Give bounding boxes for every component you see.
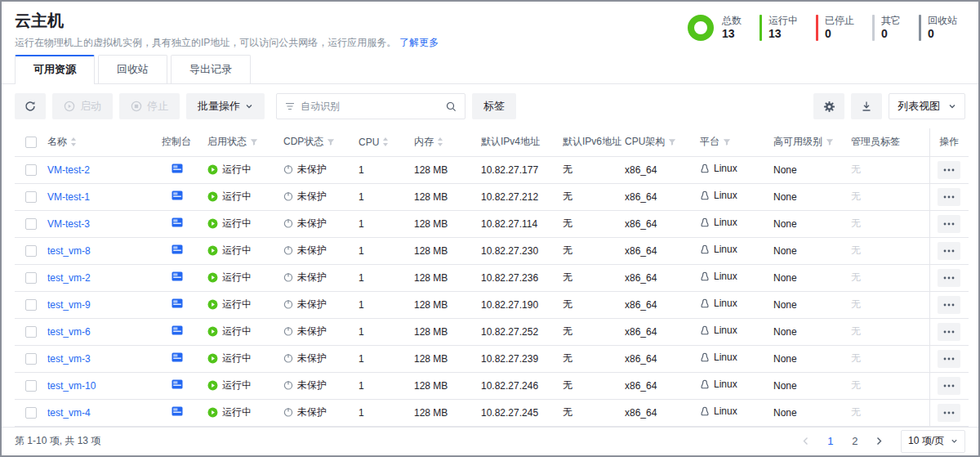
admin-tag-value: 无 [851, 217, 861, 229]
platform-label: Linux [714, 298, 737, 309]
page-number-2[interactable]: 2 [845, 432, 865, 451]
tab-recycle-bin[interactable]: 回收站 [98, 55, 167, 83]
row-checkbox[interactable] [25, 164, 37, 176]
page-number-1[interactable]: 1 [821, 432, 840, 451]
vm-name-link[interactable]: test_vm-3 [47, 353, 91, 365]
row-checkbox[interactable] [25, 380, 37, 392]
column-header-cpu[interactable]: CPU [359, 128, 414, 156]
vm-name-link[interactable]: test_vm-8 [47, 245, 91, 257]
stop-button[interactable]: 停止 [119, 93, 180, 119]
ellipsis-icon [943, 276, 955, 280]
search-icon[interactable] [446, 101, 457, 112]
sort-icon[interactable] [70, 137, 77, 146]
platform-cell: Linux [700, 298, 737, 309]
tab-export-records[interactable]: 导出记录 [171, 55, 251, 83]
sort-icon[interactable] [382, 137, 389, 146]
console-button[interactable] [172, 164, 183, 174]
console-button[interactable] [172, 325, 183, 336]
column-header-arch[interactable]: CPU架构 [625, 128, 700, 156]
row-checkbox[interactable] [25, 326, 37, 338]
next-page-button[interactable] [870, 432, 889, 451]
column-header-status[interactable]: 启用状态 [207, 128, 283, 156]
row-checkbox[interactable] [25, 272, 37, 284]
view-mode-select[interactable]: 列表视图 [889, 93, 965, 119]
console-button[interactable] [172, 298, 183, 309]
row-checkbox[interactable] [25, 407, 37, 419]
memory-value: 128 MB [414, 245, 448, 257]
more-actions-button[interactable] [938, 269, 960, 287]
row-checkbox[interactable] [25, 299, 37, 311]
prev-page-button[interactable] [796, 432, 816, 451]
ipv4-value: 10.82.27.236 [481, 272, 538, 284]
cdp-status: 未保护 [283, 405, 327, 419]
filter-icon[interactable] [327, 138, 335, 146]
run-status-label: 运行中 [222, 405, 252, 419]
row-checkbox[interactable] [25, 353, 37, 365]
console-button[interactable] [172, 379, 183, 390]
vm-name-link[interactable]: VM-test-1 [47, 191, 90, 203]
admin-tag-value: 无 [851, 164, 861, 175]
settings-button[interactable] [813, 93, 844, 119]
more-actions-button[interactable] [938, 161, 960, 179]
vm-name-link[interactable]: test_vm-6 [47, 326, 91, 338]
table-row: VM-test-3 运行中 未保护 1 128 MB 10.82. [15, 210, 969, 237]
row-checkbox[interactable] [25, 218, 37, 230]
filter-icon[interactable] [250, 138, 258, 146]
column-header-memory[interactable]: 内存 [414, 128, 481, 156]
more-actions-button[interactable] [938, 404, 960, 422]
cpu-value: 1 [359, 380, 364, 392]
start-button[interactable]: 启动 [52, 93, 113, 119]
column-header-platform[interactable]: 平台 [700, 128, 773, 156]
vm-name-link[interactable]: VM-test-3 [47, 218, 90, 230]
more-actions-button[interactable] [938, 188, 960, 206]
console-button[interactable] [172, 271, 183, 282]
platform-cell: Linux [700, 217, 737, 228]
stat-running: 运行中 13 [760, 15, 798, 41]
more-actions-button[interactable] [938, 296, 960, 314]
vm-name-link[interactable]: test_vm-2 [47, 272, 91, 284]
tab-available-resources[interactable]: 可用资源 [15, 55, 95, 83]
filter-icon[interactable] [723, 138, 731, 146]
refresh-button[interactable] [15, 93, 46, 119]
cpu-arch-value: x86_64 [625, 299, 657, 311]
linux-penguin-icon [700, 325, 710, 336]
ha-level-value: None [773, 326, 797, 338]
platform-cell: Linux [700, 271, 737, 282]
vm-name-link[interactable]: test_vm-10 [47, 380, 96, 392]
cpu-arch-value: x86_64 [625, 218, 657, 230]
ha-level-value: None [773, 272, 797, 284]
more-actions-button[interactable] [938, 242, 960, 260]
vm-name-link[interactable]: test_vm-4 [47, 407, 91, 419]
more-actions-button[interactable] [938, 323, 960, 341]
search-input[interactable]: 自动识别 [276, 93, 466, 119]
console-button[interactable] [172, 406, 183, 417]
cpu-arch-value: x86_64 [625, 326, 657, 338]
column-header-ha[interactable]: 高可用级别 [773, 128, 851, 156]
filter-icon[interactable] [668, 138, 676, 146]
column-label: 启用状态 [207, 135, 247, 149]
more-actions-button[interactable] [938, 215, 960, 233]
column-header-name[interactable]: 名称 [47, 128, 162, 156]
page-size-select[interactable]: 10 项/页 [901, 430, 965, 453]
console-button[interactable] [172, 244, 183, 255]
sort-icon[interactable] [437, 137, 443, 146]
select-all-checkbox[interactable] [25, 137, 37, 148]
filter-icon[interactable] [826, 138, 834, 146]
console-button[interactable] [172, 190, 183, 201]
column-header-cdp[interactable]: CDP状态 [283, 128, 359, 156]
vm-name-link[interactable]: VM-test-2 [47, 164, 90, 176]
row-checkbox[interactable] [25, 245, 37, 257]
vm-name-link[interactable]: test_vm-9 [47, 299, 91, 311]
table-header-row: 名称 控制台 启用状态 CDP状态 CPU [15, 128, 969, 156]
tag-button[interactable]: 标签 [472, 93, 516, 119]
console-button[interactable] [172, 217, 183, 228]
learn-more-link[interactable]: 了解更多 [399, 37, 439, 48]
cdp-unprotected-icon [283, 245, 293, 255]
row-checkbox[interactable] [25, 191, 37, 203]
more-actions-button[interactable] [938, 350, 960, 368]
export-download-button[interactable] [851, 93, 882, 119]
stat-total-texts: 总数 13 [722, 15, 742, 41]
batch-operations-button[interactable]: 批量操作 [186, 93, 265, 119]
console-button[interactable] [172, 352, 183, 363]
more-actions-button[interactable] [938, 377, 960, 395]
